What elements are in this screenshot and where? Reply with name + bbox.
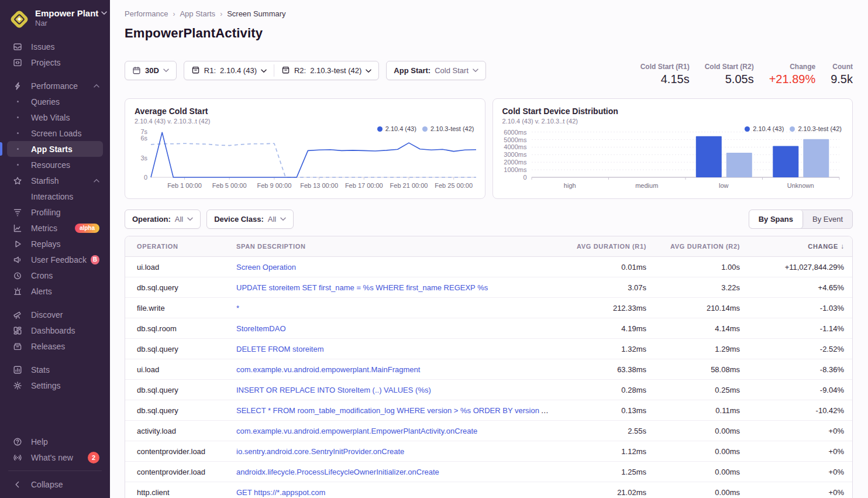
project-name: Nar bbox=[35, 19, 107, 28]
sidebar-item-resources[interactable]: Resources bbox=[7, 157, 103, 173]
sidebar-item-label: App Starts bbox=[31, 145, 73, 154]
bar-chart: 6000ms5000ms4000ms3000ms2000ms1000ms0hig… bbox=[502, 128, 843, 181]
sidebar: ✦ Empower Plant Nar IssuesProjectsPerfor… bbox=[0, 0, 110, 498]
table-row: db.sql.queryUPDATE storeitem SET first_n… bbox=[125, 277, 852, 298]
sidebar-item-user-feedback[interactable]: User FeedbackB bbox=[7, 252, 103, 267]
sidebar-item-metrics[interactable]: Metricsalpha bbox=[7, 220, 103, 236]
x-axis-tick: low bbox=[686, 182, 763, 189]
tab-by-event[interactable]: By Event bbox=[803, 210, 852, 228]
sidebar-item-projects[interactable]: Projects bbox=[7, 54, 103, 70]
alerts-icon bbox=[11, 287, 25, 296]
sidebar-item-replays[interactable]: Replays bbox=[7, 236, 103, 252]
sidebar-item-performance[interactable]: Performance bbox=[7, 78, 103, 94]
avg-duration-r1-cell: 0.13ms bbox=[561, 406, 655, 415]
whats-new-count-badge: 2 bbox=[88, 452, 99, 463]
sidebar-item-collapse[interactable]: Collapse bbox=[7, 476, 103, 492]
org-switcher[interactable]: ✦ Empower Plant Nar bbox=[0, 0, 110, 29]
date-range-button[interactable]: 30D bbox=[125, 61, 177, 80]
device-class-filter-button[interactable]: Device Class: All bbox=[206, 209, 294, 229]
span-description-cell: * bbox=[225, 304, 561, 312]
sidebar-item-app-starts[interactable]: App Starts bbox=[7, 141, 103, 157]
column-header-change[interactable]: CHANGE↓ bbox=[748, 242, 852, 250]
tab-by-spans[interactable]: By Spans bbox=[749, 210, 803, 228]
operation-cell: ui.load bbox=[125, 365, 225, 374]
span-description-cell: androidx.lifecycle.ProcessLifecycleOwner… bbox=[225, 468, 561, 476]
sidebar-item-label: User Feedback bbox=[31, 255, 87, 265]
x-axis-tick: high bbox=[532, 182, 609, 189]
table-row: contentprovider.loadandroidx.lifecycle.P… bbox=[125, 462, 852, 482]
column-header-avg-duration-r1[interactable]: AVG DURATION (R1) bbox=[561, 243, 655, 250]
chevron-down-icon bbox=[101, 11, 107, 15]
y-axis-tick: 4000ms bbox=[502, 143, 527, 150]
sidebar-item-settings[interactable]: Settings bbox=[7, 377, 103, 393]
span-description-link[interactable]: com.example.vu.android.empowerplant.Main… bbox=[236, 365, 420, 374]
span-description-link[interactable]: androidx.lifecycle.ProcessLifecycleOwner… bbox=[236, 468, 439, 476]
performance-icon bbox=[11, 81, 25, 91]
feedback-icon bbox=[11, 255, 25, 265]
y-axis-tick: 2000ms bbox=[502, 159, 527, 166]
span-description-link[interactable]: SELECT * FROM room_table_modification_lo… bbox=[236, 406, 557, 415]
replays-icon bbox=[11, 239, 25, 249]
release1-button[interactable]: R1: 2.10.4 (43) bbox=[184, 61, 274, 80]
sidebar-item-queries[interactable]: Queries bbox=[7, 94, 103, 109]
sidebar-item-stats[interactable]: Stats bbox=[7, 362, 103, 377]
release1-value: 2.10.4 (43) bbox=[220, 66, 257, 75]
change-cell: -10.42% bbox=[748, 406, 852, 415]
sidebar-item-starfish[interactable]: Starfish bbox=[7, 173, 103, 188]
span-description-link[interactable]: io.sentry.android.core.SentryInitProvide… bbox=[236, 447, 404, 456]
sidebar-item-web-vitals[interactable]: Web Vitals bbox=[7, 109, 103, 125]
y-axis-tick: 5000ms bbox=[502, 136, 527, 143]
sidebar-item-dashboards[interactable]: Dashboards bbox=[7, 322, 103, 338]
breadcrumb-item-app-starts[interactable]: App Starts bbox=[180, 9, 215, 18]
stat-cold-start-r2: Cold Start (R2)5.05s bbox=[705, 63, 754, 86]
operation-filter-button[interactable]: Operation: All bbox=[125, 209, 201, 229]
span-description-link[interactable]: DELETE FROM storeitem bbox=[236, 345, 324, 353]
stat-label: Cold Start (R1) bbox=[640, 63, 690, 71]
sidebar-item-label: Screen Loads bbox=[31, 129, 81, 138]
span-description-link[interactable]: INSERT OR REPLACE INTO StoreItem (..) VA… bbox=[236, 386, 431, 394]
stat-value: 4.15s bbox=[640, 73, 690, 86]
span-description-link[interactable]: Screen Operation bbox=[236, 263, 296, 272]
avg-duration-r2-cell: 4.14ms bbox=[655, 324, 748, 333]
table-row: db.sql.roomStoreItemDAO4.19ms4.14ms-1.14… bbox=[125, 318, 852, 339]
change-cell: +0% bbox=[748, 488, 852, 497]
release2-button[interactable]: R2: 2.10.3-test (42) bbox=[274, 61, 378, 80]
sidebar-item-crons[interactable]: Crons bbox=[7, 267, 103, 283]
sidebar-item-label: Replays bbox=[31, 239, 61, 249]
breadcrumb-item-performance[interactable]: Performance bbox=[125, 9, 168, 18]
sidebar-item-profiling[interactable]: Profiling bbox=[7, 204, 103, 220]
span-description-link[interactable]: * bbox=[236, 304, 239, 312]
span-description-link[interactable]: com.example.vu.android.empowerplant.Empo… bbox=[236, 427, 477, 435]
sidebar-item-label: Performance bbox=[31, 81, 78, 91]
column-header-operation[interactable]: OPERATION bbox=[125, 243, 225, 250]
sidebar-item-help[interactable]: Help bbox=[7, 434, 103, 449]
change-cell: +0% bbox=[748, 468, 852, 476]
avg-duration-r1-cell: 0.01ms bbox=[561, 263, 655, 272]
avg-duration-r2-cell: 0.00ms bbox=[655, 488, 748, 497]
nav-gap bbox=[7, 354, 103, 362]
help-icon bbox=[11, 437, 25, 447]
bullet-slot bbox=[11, 116, 25, 118]
column-header-span-description[interactable]: SPAN DESCRIPTION bbox=[225, 243, 561, 250]
chevron-up-icon bbox=[94, 84, 99, 88]
sidebar-item-what-s-new[interactable]: What's new2 bbox=[7, 449, 103, 465]
span-description-link[interactable]: StoreItemDAO bbox=[236, 324, 286, 333]
page-filter-bar: 30D R1: 2.10.4 (43) bbox=[125, 61, 853, 86]
sidebar-item-releases[interactable]: Releases bbox=[7, 338, 103, 354]
page-title: EmpowerPlantActivity bbox=[125, 26, 853, 41]
date-range-label: 30D bbox=[145, 66, 159, 75]
sidebar-item-alerts[interactable]: Alerts bbox=[7, 283, 103, 299]
column-header-avg-duration-r2[interactable]: AVG DURATION (R2) bbox=[655, 243, 748, 250]
sidebar-item-discover[interactable]: Discover bbox=[7, 307, 103, 322]
stat-change: Change+21.89% bbox=[769, 63, 816, 86]
span-description-link[interactable]: UPDATE storeitem SET first_name = %s WHE… bbox=[236, 283, 488, 292]
chart-title: Cold Start Device Distribution bbox=[502, 107, 843, 116]
app-start-type-button[interactable]: App Start: Cold Start bbox=[386, 61, 486, 80]
stat-count: Count9.5k bbox=[831, 63, 853, 86]
sidebar-item-issues[interactable]: Issues bbox=[7, 39, 103, 54]
sidebar-item-screen-loads[interactable]: Screen Loads bbox=[7, 125, 103, 141]
span-description-link[interactable]: GET https://*.appspot.com bbox=[236, 488, 325, 497]
sidebar-item-interactions[interactable]: Interactions bbox=[7, 188, 103, 204]
sidebar-item-label: What's new bbox=[31, 453, 73, 462]
release2-value: 2.10.3-test (42) bbox=[310, 66, 361, 75]
